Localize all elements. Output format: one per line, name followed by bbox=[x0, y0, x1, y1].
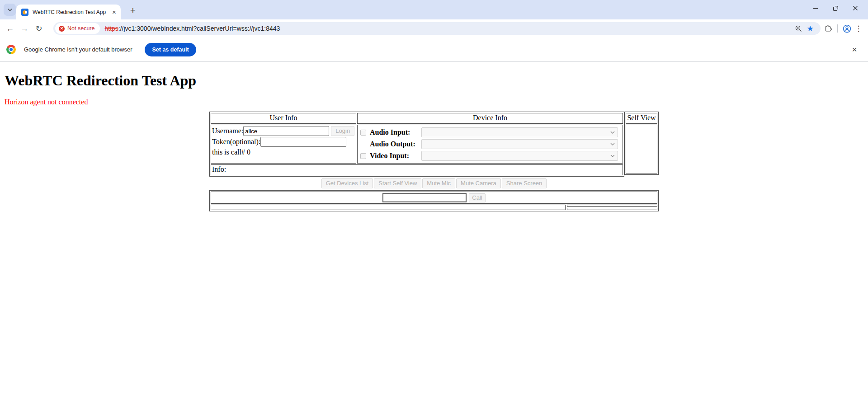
app-block: User Info Device Info Username: Login To… bbox=[209, 112, 659, 211]
chevron-down-icon bbox=[7, 7, 13, 13]
page-title: WebRTC Redirection Test App bbox=[5, 72, 868, 89]
device-info-cell: Audio Input: Audio Output: Video Input: bbox=[357, 125, 623, 164]
zoom-indicator-icon[interactable] bbox=[793, 23, 804, 34]
close-window-button[interactable] bbox=[845, 0, 865, 16]
tab-search-button[interactable] bbox=[4, 4, 16, 16]
video-input-select[interactable] bbox=[421, 151, 618, 161]
call-button[interactable]: Call bbox=[469, 193, 485, 202]
user-info-header: User Info bbox=[211, 113, 356, 124]
video-input-label: Video Input: bbox=[370, 152, 421, 160]
bookmark-star-icon[interactable]: ★ bbox=[804, 23, 816, 34]
username-label: Username: bbox=[212, 127, 243, 135]
default-browser-infobar: Google Chrome isn't your default browser… bbox=[0, 37, 868, 62]
toolbar-separator bbox=[837, 24, 838, 33]
self-view-table: Self View bbox=[624, 112, 659, 175]
token-input[interactable] bbox=[260, 137, 346, 147]
toolbar-right: ⋮ bbox=[822, 23, 864, 34]
profile-avatar-icon[interactable] bbox=[841, 23, 853, 34]
self-view-header: Self View bbox=[626, 113, 657, 124]
mute-mic-button[interactable]: Mute Mic bbox=[422, 178, 455, 188]
status-bar-cell bbox=[211, 205, 566, 210]
mute-camera-button[interactable]: Mute Camera bbox=[456, 178, 501, 188]
call-target-input[interactable] bbox=[382, 193, 467, 202]
stats-row bbox=[567, 208, 657, 210]
agent-status-message: Horizon agent not connected bbox=[5, 98, 868, 106]
self-view-area bbox=[626, 125, 657, 173]
menu-kebab-icon[interactable]: ⋮ bbox=[853, 23, 864, 34]
back-button[interactable]: ← bbox=[3, 21, 17, 36]
call-counter-text: this is call# 0 bbox=[212, 148, 355, 156]
security-chip[interactable]: ✕ Not secure bbox=[55, 23, 100, 34]
minimize-button[interactable] bbox=[806, 0, 826, 16]
not-secure-icon: ✕ bbox=[59, 26, 65, 32]
call-status-row bbox=[211, 205, 657, 210]
get-devices-list-button[interactable]: Get Devices List bbox=[321, 178, 373, 188]
site-favicon-icon bbox=[21, 9, 28, 16]
device-action-buttons: Get Devices ListStart Self ViewMute MicM… bbox=[209, 178, 659, 188]
url-scheme: https bbox=[104, 25, 118, 32]
audio-input-select[interactable] bbox=[421, 127, 618, 137]
audio-output-label: Audio Output: bbox=[370, 140, 421, 148]
user-info-cell: Username: Login Token(optional): this is… bbox=[211, 125, 356, 164]
reload-button[interactable]: ↻ bbox=[32, 21, 46, 36]
audio-input-checkbox[interactable] bbox=[360, 130, 366, 136]
url-text: https://jvc1:3000/webIndex.html?callServ… bbox=[104, 25, 793, 32]
set-as-default-button[interactable]: Set as default bbox=[145, 43, 196, 56]
address-bar[interactable]: ✕ Not secure https://jvc1:3000/webIndex.… bbox=[53, 22, 821, 35]
restore-button[interactable] bbox=[826, 0, 845, 16]
default-browser-message: Google Chrome isn't your default browser bbox=[24, 46, 132, 53]
page-content: WebRTC Redirection Test App Horizon agen… bbox=[0, 72, 868, 211]
infobar-close-icon[interactable]: × bbox=[848, 43, 861, 56]
browser-tab[interactable]: WebRTC Redirection Test App × bbox=[16, 5, 121, 19]
audio-output-select[interactable] bbox=[421, 139, 618, 149]
username-input[interactable] bbox=[243, 126, 329, 136]
url-rest: ://jvc1:3000/webIndex.html?callServerUrl… bbox=[118, 25, 280, 32]
extensions-puzzle-icon[interactable] bbox=[822, 23, 834, 34]
device-info-header: Device Info bbox=[357, 113, 623, 124]
stats-mini-table bbox=[567, 205, 657, 210]
audio-input-label: Audio Input: bbox=[370, 128, 421, 136]
window-controls bbox=[806, 0, 865, 16]
video-input-checkbox[interactable] bbox=[360, 153, 366, 159]
forward-button[interactable]: → bbox=[17, 21, 32, 36]
call-row: Call bbox=[211, 192, 657, 204]
browser-tab-strip: WebRTC Redirection Test App × + bbox=[0, 0, 868, 19]
login-button[interactable]: Login bbox=[331, 126, 354, 136]
chrome-logo-icon bbox=[6, 45, 16, 54]
info-line: Info: bbox=[211, 164, 623, 175]
start-self-view-button[interactable]: Start Self View bbox=[374, 178, 421, 188]
tab-close-icon[interactable]: × bbox=[110, 8, 118, 16]
call-table: Call bbox=[209, 190, 659, 211]
user-device-table: User Info Device Info Username: Login To… bbox=[209, 112, 624, 177]
share-screen-button[interactable]: Share Screen bbox=[502, 178, 547, 188]
browser-toolbar: ← → ↻ ✕ Not secure https://jvc1:3000/web… bbox=[0, 19, 868, 37]
tab-title: WebRTC Redirection Test App bbox=[33, 9, 110, 15]
new-tab-button[interactable]: + bbox=[127, 4, 139, 17]
security-chip-label: Not secure bbox=[67, 25, 94, 32]
token-label: Token(optional): bbox=[212, 138, 260, 146]
stats-row bbox=[567, 205, 657, 207]
